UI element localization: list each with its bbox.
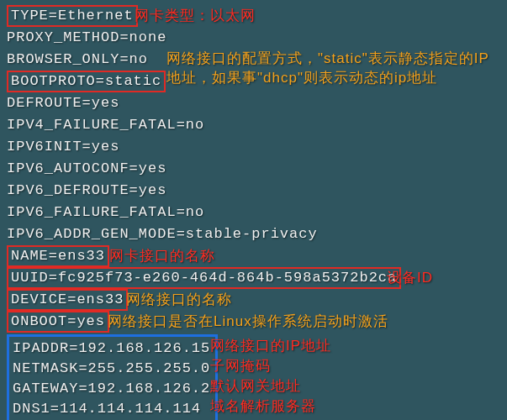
line-type: TYPE=Ethernet 网卡类型：以太网: [7, 5, 500, 27]
cfg-gateway: GATEWAY=192.168.126.2: [13, 379, 210, 399]
cfg-onboot: ONBOOT=yes: [7, 311, 109, 333]
config-file-view: TYPE=Ethernet 网卡类型：以太网 PROXY_METHOD=none…: [0, 0, 507, 420]
line-onboot: ONBOOT=yes 网络接口是否在Linux操作系统启动时激活: [7, 311, 500, 333]
cfg-defroute: DEFROUTE=yes: [7, 92, 119, 114]
line-name: NAME=ens33 网卡接口的名称: [7, 245, 500, 267]
ann-name: 网卡接口的名称: [109, 245, 215, 267]
cfg-ipv6-failure-fatal: IPV6_FAILURE_FATAL=no: [7, 202, 204, 223]
cfg-ipaddr: IPADDR=192.168.126.15: [13, 339, 210, 359]
ann-gateway: 默认网关地址: [210, 376, 301, 396]
cfg-netmask: NETMASK=255.255.255.0: [13, 359, 210, 379]
cfg-device: DEVICE=ens33: [7, 289, 128, 311]
ann-dns: 域名解析服务器: [210, 396, 316, 416]
line-defroute: DEFROUTE=yes: [7, 92, 500, 114]
line-ipv6-failure-fatal: IPV6_FAILURE_FATAL=no: [7, 202, 500, 223]
cfg-bootproto: BOOTPROTO=static: [7, 71, 166, 92]
cfg-ipv4-failure-fatal: IPV4_FAILURE_FATAL=no: [7, 114, 204, 136]
ann-device: 网络接口的名称: [126, 289, 232, 311]
line-device: DEVICE=ens33 网络接口的名称: [7, 289, 500, 311]
cfg-browser-only: BROWSER_ONLY=no: [7, 49, 148, 71]
line-bootproto: BOOTPROTO=static: [7, 71, 500, 92]
line-ipv6-autoconf: IPV6_AUTOCONF=yes: [7, 158, 500, 180]
cfg-name: NAME=ens33: [7, 245, 109, 267]
ann-type: 网卡类型：以太网: [135, 5, 256, 27]
line-proxy-method: PROXY_METHOD=none: [7, 27, 500, 49]
line-dns1: DNS1=114.114.114.114: [13, 399, 210, 419]
ann-uuid: 设备ID: [387, 267, 433, 289]
cfg-type: TYPE=Ethernet: [7, 5, 138, 27]
ann-onboot: 网络接口是否在Linux操作系统启动时激活: [108, 311, 388, 333]
ann-ipaddr: 网络接口的IP地址: [210, 336, 331, 355]
cfg-uuid: UUID=fc925f73-e260-464d-864b-598a5372b2c…: [7, 267, 401, 289]
cfg-ipv6init: IPV6INIT=yes: [7, 136, 119, 158]
line-gateway: GATEWAY=192.168.126.2: [13, 379, 210, 399]
ip-settings-group: IPADDR=192.168.126.15 NETMASK=255.255.25…: [7, 334, 218, 420]
line-ipv6-addr-gen-mode: IPV6_ADDR_GEN_MODE=stable-privacy: [7, 223, 500, 245]
cfg-ipv6-addr-gen-mode: IPV6_ADDR_GEN_MODE=stable-privacy: [7, 223, 318, 245]
cfg-dns1: DNS1=114.114.114.114: [13, 399, 201, 419]
cfg-ipv6-defroute: IPV6_DEFROUTE=yes: [7, 180, 166, 202]
line-netmask: NETMASK=255.255.255.0: [13, 359, 210, 379]
cfg-proxy-method: PROXY_METHOD=none: [7, 27, 166, 49]
cfg-ipv6-autoconf: IPV6_AUTOCONF=yes: [7, 158, 166, 180]
line-uuid: UUID=fc925f73-e260-464d-864b-598a5372b2c…: [7, 267, 500, 289]
ann-netmask: 子网掩码: [210, 356, 271, 375]
line-ipv4-failure-fatal: IPV4_FAILURE_FATAL=no: [7, 114, 500, 136]
line-ipv6-defroute: IPV6_DEFROUTE=yes: [7, 180, 500, 202]
line-ipaddr: IPADDR=192.168.126.15: [13, 339, 210, 359]
line-ipv6init: IPV6INIT=yes: [7, 136, 500, 158]
